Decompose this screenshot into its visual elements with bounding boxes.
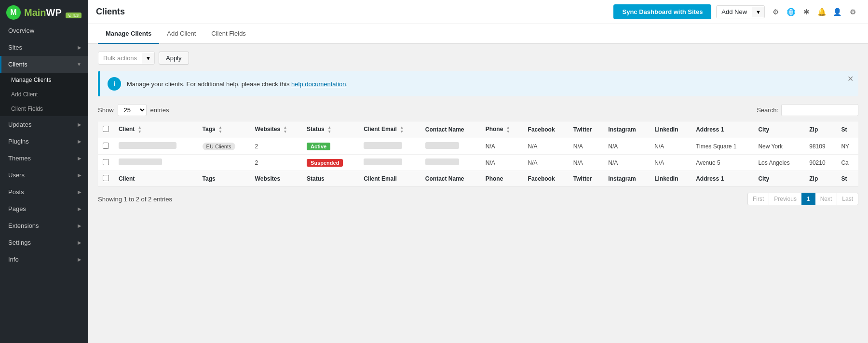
sidebar-item-info[interactable]: Info ▶	[0, 251, 88, 268]
select-all-checkbox[interactable]	[103, 126, 109, 132]
sidebar-item-updates[interactable]: Updates ▶	[0, 116, 88, 133]
sidebar-item-settings[interactable]: Settings ▶	[0, 234, 88, 251]
sort-websites-icon[interactable]: ▲▼	[283, 125, 287, 134]
sidebar-item-extensions[interactable]: Extensions ▶	[0, 217, 88, 234]
clients-submenu: Manage Clients Add Client Client Fields	[0, 73, 88, 116]
asterisk-icon-btn[interactable]: ✱	[799, 4, 814, 20]
sort-tags-icon[interactable]: ▲▼	[218, 125, 222, 134]
header-address[interactable]: Address 1	[691, 121, 753, 138]
add-new-arrow-icon[interactable]: ▼	[752, 7, 764, 17]
sort-status-icon[interactable]: ▲▼	[327, 125, 331, 134]
row1-state: NY	[836, 138, 858, 155]
header-city[interactable]: City	[753, 121, 804, 138]
showing-entries-text: Showing 1 to 2 of 2 entries	[98, 196, 172, 203]
row2-email	[359, 155, 420, 171]
sidebar-item-users[interactable]: Users ▶	[0, 167, 88, 184]
sidebar-item-client-fields[interactable]: Client Fields	[0, 102, 88, 116]
bulk-actions-select[interactable]: Bulk actions ▼	[98, 52, 155, 65]
sidebar-item-pages-label: Pages	[8, 205, 26, 212]
pagination-last-button[interactable]: Last	[837, 193, 858, 205]
main-content: Clients Sync Dashboard with Sites Add Ne…	[88, 0, 868, 343]
pagination-previous-button[interactable]: Previous	[769, 193, 802, 205]
chevron-right-icon-settings: ▶	[78, 240, 81, 245]
sidebar-item-pages[interactable]: Pages ▶	[0, 200, 88, 217]
globe-icon-btn[interactable]: 🌐	[783, 4, 799, 20]
logo: M MainWP v. 4.3	[0, 0, 88, 22]
header-linkedin[interactable]: LinkedIn	[650, 121, 691, 138]
header-facebook[interactable]: Facebook	[523, 121, 569, 138]
row1-checkbox	[98, 138, 114, 155]
sidebar: M MainWP v. 4.3 Overview Sites ▶ Clients…	[0, 0, 88, 343]
table-footer: Showing 1 to 2 of 2 entries First Previo…	[98, 187, 858, 211]
mainwp-logo-icon: M	[6, 5, 21, 20]
table-controls: Show 25 50 100 entries Search:	[98, 104, 858, 116]
header-email[interactable]: Client Email ▲▼	[359, 121, 420, 138]
header-twitter[interactable]: Twitter	[569, 121, 603, 138]
user-icon-btn[interactable]: 👤	[829, 4, 845, 20]
entries-select[interactable]: 25 50 100	[118, 104, 147, 116]
row2-contact	[420, 155, 481, 171]
row2-twitter: N/A	[569, 155, 603, 171]
header-tags[interactable]: Tags ▲▼	[198, 121, 250, 138]
header-instagram[interactable]: Instagram	[603, 121, 650, 138]
row2-select-checkbox[interactable]	[103, 159, 109, 165]
close-banner-icon[interactable]: ✕	[847, 75, 854, 83]
header-phone[interactable]: Phone ▲▼	[481, 121, 523, 138]
sidebar-item-overview[interactable]: Overview	[0, 22, 88, 39]
table-row: 2 Suspended N/A N/A N/A	[98, 155, 858, 171]
gear-icon-btn[interactable]: ⚙	[768, 4, 783, 20]
pagination-next-button[interactable]: Next	[815, 193, 838, 205]
header-state[interactable]: St	[836, 121, 858, 138]
row2-websites: 2	[250, 155, 302, 171]
pagination-first-button[interactable]: First	[747, 193, 769, 205]
chevron-right-icon-extensions: ▶	[78, 223, 81, 228]
add-new-dropdown[interactable]: Add New ▼	[716, 5, 765, 18]
add-client-label: Add Client	[11, 91, 38, 98]
footer-tags: Tags	[198, 171, 250, 187]
sync-dashboard-button[interactable]: Sync Dashboard with Sites	[613, 4, 711, 19]
row2-contact-blurred	[425, 158, 459, 165]
tab-add-client[interactable]: Add Client	[159, 24, 203, 44]
sidebar-item-themes[interactable]: Themes ▶	[0, 150, 88, 167]
header-contact-name[interactable]: Contact Name	[420, 121, 481, 138]
row1-contact-blurred	[425, 142, 459, 149]
row2-address: Avenue 5	[691, 155, 753, 171]
footer-select-all-checkbox[interactable]	[103, 175, 109, 181]
sort-phone-icon[interactable]: ▲▼	[506, 125, 510, 134]
sidebar-item-add-client[interactable]: Add Client	[0, 87, 88, 102]
sidebar-item-clients[interactable]: Clients ▼	[0, 56, 88, 73]
row1-select-checkbox[interactable]	[103, 143, 109, 149]
header-status[interactable]: Status ▲▼	[302, 121, 359, 138]
row1-client-name-blurred	[119, 142, 176, 149]
show-label: Show	[98, 106, 114, 114]
search-label: Search:	[757, 106, 778, 114]
footer-checkbox-col	[98, 171, 114, 187]
pagination-current-button[interactable]: 1	[801, 193, 815, 205]
help-documentation-link[interactable]: help documentation	[291, 80, 346, 88]
manage-clients-label: Manage Clients	[11, 77, 51, 83]
sidebar-item-manage-clients[interactable]: Manage Clients	[0, 73, 88, 87]
sidebar-item-posts-label: Posts	[8, 188, 24, 196]
sort-email-icon[interactable]: ▲▼	[400, 125, 404, 134]
bulk-actions-arrow-icon[interactable]: ▼	[142, 53, 154, 64]
header-client[interactable]: Client ▲▼	[114, 121, 198, 138]
header-zip[interactable]: Zip	[804, 121, 836, 138]
settings-icon-btn[interactable]: ⚙	[845, 4, 860, 20]
row2-linkedin: N/A	[650, 155, 691, 171]
sort-client-icon[interactable]: ▲▼	[138, 125, 142, 134]
bell-icon-btn[interactable]: 🔔	[814, 4, 829, 20]
sidebar-item-plugins[interactable]: Plugins ▶	[0, 133, 88, 150]
bulk-actions-bar: Bulk actions ▼ Apply	[98, 52, 858, 65]
sidebar-item-posts[interactable]: Posts ▶	[0, 184, 88, 200]
add-new-label[interactable]: Add New	[717, 6, 752, 18]
apply-button[interactable]: Apply	[159, 52, 189, 65]
chevron-right-icon: ▶	[78, 45, 81, 50]
search-input[interactable]	[781, 104, 858, 116]
header-websites[interactable]: Websites ▲▼	[250, 121, 302, 138]
row1-status: Active	[302, 138, 359, 155]
row2-status-badge: Suspended	[307, 159, 343, 167]
tab-client-fields[interactable]: Client Fields	[203, 24, 254, 44]
tab-manage-clients[interactable]: Manage Clients	[98, 24, 159, 44]
row2-client-name-blurred	[119, 158, 162, 165]
sidebar-item-sites[interactable]: Sites ▶	[0, 39, 88, 56]
